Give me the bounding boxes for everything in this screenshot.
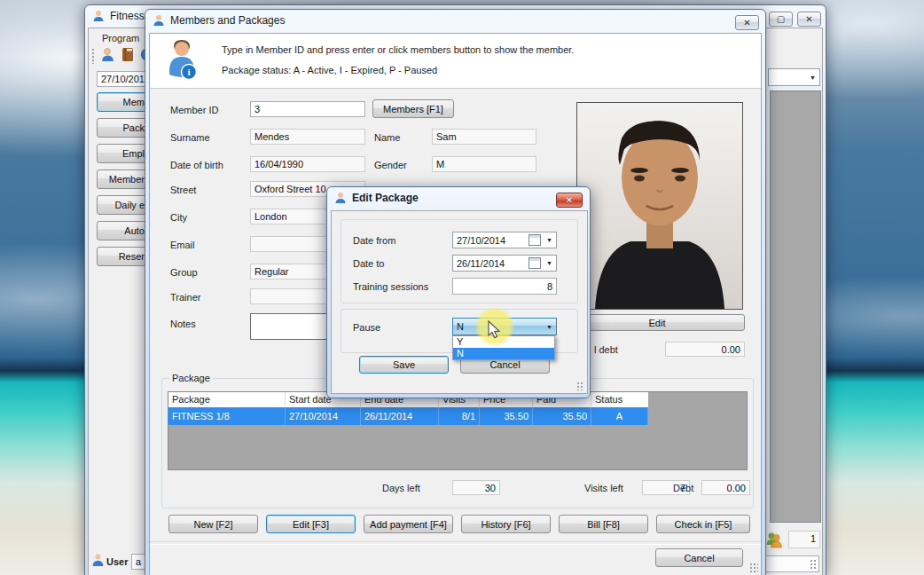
member-id-label: Member ID bbox=[170, 105, 218, 115]
total-debt-label: l debt bbox=[594, 344, 618, 355]
main-right-list-panel bbox=[770, 91, 821, 523]
calendar-icon bbox=[529, 257, 541, 269]
days-left-label: Days left bbox=[382, 483, 420, 493]
member-photo bbox=[576, 102, 743, 310]
members-count-field: 1 bbox=[788, 531, 820, 548]
member-id-input[interactable] bbox=[250, 101, 365, 117]
cell-start-date: 27/10/2014 bbox=[286, 407, 361, 425]
cell-package: FITNESS 1/8 bbox=[168, 407, 286, 425]
user-icon bbox=[91, 553, 105, 567]
pause-option-n[interactable]: N bbox=[453, 348, 554, 359]
pause-options-list: Y N bbox=[452, 335, 555, 360]
dob-label: Date of birth bbox=[170, 160, 223, 170]
sidebar-item-members[interactable]: Mem bbox=[97, 92, 148, 112]
toolbar-grip[interactable] bbox=[91, 48, 95, 64]
date-to-label: Date to bbox=[353, 258, 384, 269]
chevron-down-icon: ▼ bbox=[543, 237, 556, 243]
pause-dropdown[interactable]: N ▼ bbox=[452, 318, 557, 335]
col-package[interactable]: Package bbox=[168, 392, 286, 407]
pause-option-y[interactable]: Y bbox=[453, 336, 554, 348]
photo-edit-button[interactable]: Edit bbox=[569, 314, 745, 331]
save-button[interactable]: Save bbox=[359, 356, 449, 374]
pause-label: Pause bbox=[353, 322, 380, 333]
sidebar-item-daily[interactable]: Daily e bbox=[97, 195, 148, 215]
info-panel: i Type in Member ID and press enter or c… bbox=[150, 34, 761, 89]
gender-field: M bbox=[432, 156, 536, 172]
bottom-separator bbox=[150, 541, 761, 545]
members-window-icon bbox=[153, 14, 165, 27]
trainer-label: Trainer bbox=[170, 292, 200, 303]
training-sessions-input[interactable] bbox=[452, 278, 557, 295]
street-label: Street bbox=[170, 185, 196, 195]
gender-label: Gender bbox=[374, 160, 407, 170]
bill-button[interactable]: Bill [F8] bbox=[559, 515, 648, 533]
sidebar-item-employees[interactable]: Empl bbox=[97, 144, 148, 163]
debt-field: 0.00 bbox=[701, 480, 750, 495]
cell-status: A bbox=[591, 407, 648, 425]
svg-text:i: i bbox=[187, 67, 190, 77]
book-toolbar-icon[interactable] bbox=[121, 47, 136, 62]
sidebar-item-packages[interactable]: Pack bbox=[97, 118, 148, 138]
date-from-picker[interactable]: 27/10/2014 ▼ bbox=[452, 232, 557, 248]
info-line1: Type in Member ID and press enter or cli… bbox=[222, 44, 574, 55]
members-toolbar-icon[interactable] bbox=[100, 47, 115, 62]
window-cancel-button[interactable]: Cancel bbox=[655, 548, 743, 567]
members-resize-grip[interactable] bbox=[749, 563, 758, 573]
surname-field: Mendes bbox=[250, 129, 365, 145]
add-payment-button[interactable]: Add payment [F4] bbox=[364, 515, 453, 533]
col-status[interactable]: Status bbox=[591, 392, 648, 407]
members-titlebar[interactable]: Members and Packages bbox=[145, 10, 765, 31]
group-label: Group bbox=[170, 267, 198, 278]
date-from-label: Date from bbox=[353, 235, 395, 246]
sidebar-item-member[interactable]: Member bbox=[97, 169, 148, 189]
notes-label: Notes bbox=[170, 319, 196, 329]
name-label: Name bbox=[374, 132, 400, 143]
user-label: User bbox=[106, 556, 128, 567]
cell-end-date: 26/11/2014 bbox=[361, 407, 439, 425]
edit-package-titlebar[interactable]: Edit Package bbox=[327, 187, 590, 209]
cell-price: 35.50 bbox=[480, 407, 533, 425]
total-debt-field: 0.00 bbox=[665, 342, 745, 357]
info-line2: Package status: A - Active, I - Expired,… bbox=[222, 65, 437, 75]
cell-paid: 35.50 bbox=[533, 407, 591, 425]
members-window-title: Members and Packages bbox=[170, 14, 285, 27]
date-to-picker[interactable]: 26/11/2014 ▼ bbox=[452, 255, 557, 272]
sidebar-item-auto[interactable]: Auto bbox=[97, 221, 148, 240]
main-right-dropdown[interactable]: ▼ bbox=[768, 68, 820, 86]
new-button[interactable]: New [F2] bbox=[168, 515, 258, 533]
edit-package-dialog: Edit Package ✕ Date from 27/10/2014 ▼ Da… bbox=[326, 186, 591, 398]
edit-package-icon bbox=[334, 192, 347, 204]
chevron-down-icon: ▼ bbox=[543, 324, 556, 330]
city-label: City bbox=[170, 212, 187, 223]
debt-label: Debt bbox=[673, 483, 693, 493]
desktop: Fitness m ▢ ✕ Program 27/10/2014 Mem Pac… bbox=[0, 0, 924, 575]
restore-button[interactable]: ▢ bbox=[769, 12, 793, 27]
days-left-field: 30 bbox=[452, 480, 500, 495]
main-close-button[interactable]: ✕ bbox=[797, 12, 821, 27]
members-count-icon bbox=[764, 530, 784, 549]
members-close-button[interactable]: ✕ bbox=[735, 15, 759, 30]
calendar-icon bbox=[529, 234, 541, 246]
dialog-resize-grip bbox=[576, 382, 584, 390]
table-row[interactable]: FITNESS 1/8 27/10/2014 26/11/2014 8/1 35… bbox=[168, 407, 648, 425]
chevron-down-icon: ▼ bbox=[806, 75, 819, 81]
name-field: Sam bbox=[432, 129, 536, 145]
edit-button[interactable]: Edit [F3] bbox=[266, 515, 356, 533]
edit-package-client: Date from 27/10/2014 ▼ Date to 26/11/201… bbox=[331, 210, 588, 394]
check-in-button[interactable]: Check in [F5] bbox=[656, 515, 750, 533]
chevron-down-icon: ▼ bbox=[543, 260, 556, 266]
edit-package-title: Edit Package bbox=[352, 192, 419, 204]
cell-visits: 8/1 bbox=[439, 407, 480, 425]
visits-left-label: Visits left bbox=[584, 483, 623, 493]
dialog-close-button[interactable]: ✕ bbox=[556, 193, 583, 208]
member-info-icon: i bbox=[165, 39, 199, 82]
training-sessions-label: Training sessions bbox=[353, 281, 428, 292]
members-f1-button[interactable]: Members [F1] bbox=[372, 99, 454, 118]
main-resize-grip[interactable] bbox=[810, 559, 818, 569]
surname-label: Surname bbox=[170, 132, 210, 143]
sidebar-item-reservations[interactable]: Reser bbox=[97, 247, 148, 266]
history-button[interactable]: History [F6] bbox=[461, 515, 551, 533]
menu-program[interactable]: Program bbox=[102, 33, 139, 43]
app-icon bbox=[92, 10, 105, 22]
package-group-label: Package bbox=[169, 373, 213, 383]
